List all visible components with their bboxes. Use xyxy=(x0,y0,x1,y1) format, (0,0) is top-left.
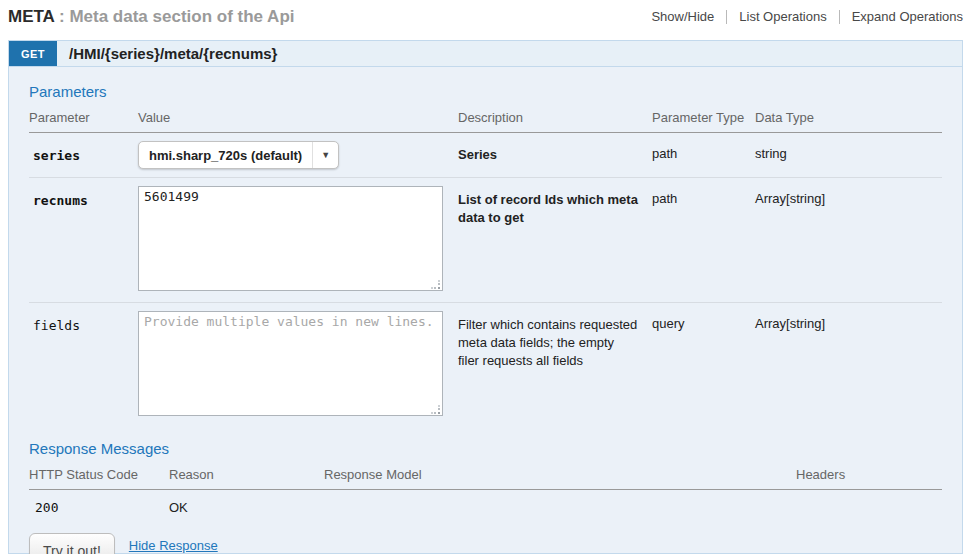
parameter-row-recnums: recnums 5601499 List of record Ids which… xyxy=(29,177,942,302)
param-description: Filter which contains requested meta dat… xyxy=(458,311,652,419)
response-row-200: 200 OK xyxy=(29,490,942,521)
response-model xyxy=(324,500,796,515)
status-reason: OK xyxy=(169,500,324,515)
title-separator: : xyxy=(54,7,69,26)
list-operations-link[interactable]: List Operations xyxy=(726,10,838,24)
col-http-status-code: HTTP Status Code xyxy=(29,467,169,482)
param-description: Series xyxy=(458,141,652,169)
response-headers xyxy=(796,500,942,515)
param-name: fields xyxy=(29,311,138,419)
param-description: List of record Ids which meta data to ge… xyxy=(458,186,652,294)
operation-content-panel: Parameters Parameter Value Description P… xyxy=(8,67,963,554)
col-data-type: Data Type xyxy=(755,110,942,125)
endpoint-heading-bar[interactable]: GET /HMI/{series}/meta/{recnums} xyxy=(8,40,963,67)
parameter-row-fields: fields Filter which contains requested m… xyxy=(29,302,942,427)
response-table-header: HTTP Status Code Reason Response Model H… xyxy=(29,467,942,490)
swagger-page: META : Meta data section of the Api Show… xyxy=(0,7,971,554)
col-response-model: Response Model xyxy=(324,467,796,482)
param-type: query xyxy=(652,311,755,419)
http-method-badge[interactable]: GET xyxy=(9,41,57,66)
col-parameter: Parameter xyxy=(29,110,138,125)
param-type: path xyxy=(652,141,755,169)
col-description: Description xyxy=(458,110,652,125)
fields-input[interactable] xyxy=(138,311,443,416)
status-code: 200 xyxy=(29,500,169,515)
show-hide-link[interactable]: Show/Hide xyxy=(639,10,726,24)
param-data-type: Array[string] xyxy=(755,186,942,294)
param-name: series xyxy=(29,141,138,169)
api-section-name: META xyxy=(8,7,54,26)
recnums-input[interactable]: 5601499 xyxy=(138,186,443,291)
api-section-header: META : Meta data section of the Api Show… xyxy=(8,7,963,34)
series-select[interactable]: hmi.sharp_720s (default) ▼ xyxy=(138,141,339,169)
col-headers: Headers xyxy=(796,467,942,482)
api-section-description: Meta data section of the Api xyxy=(69,7,294,26)
param-type: path xyxy=(652,186,755,294)
response-messages-heading: Response Messages xyxy=(29,427,952,457)
page-title: META : Meta data section of the Api xyxy=(8,7,295,27)
operations-links: Show/Hide List Operations Expand Operati… xyxy=(639,10,963,24)
param-data-type: string xyxy=(755,141,942,169)
expand-operations-link[interactable]: Expand Operations xyxy=(839,10,963,24)
hide-response-link[interactable]: Hide Response xyxy=(129,538,218,553)
sandbox-footer: Try it out! Hide Response xyxy=(29,533,952,554)
param-name: recnums xyxy=(29,186,138,294)
parameters-table-header: Parameter Value Description Parameter Ty… xyxy=(29,110,942,133)
parameters-heading: Parameters xyxy=(29,67,952,100)
series-select-value: hmi.sharp_720s (default) xyxy=(139,142,312,168)
endpoint-path[interactable]: /HMI/{series}/meta/{recnums} xyxy=(69,41,277,66)
col-parameter-type: Parameter Type xyxy=(652,110,755,125)
col-value: Value xyxy=(138,110,458,125)
chevron-down-icon: ▼ xyxy=(312,142,338,168)
parameter-row-series: series hmi.sharp_720s (default) ▼ Series… xyxy=(29,133,942,177)
col-reason: Reason xyxy=(169,467,324,482)
response-messages-table: HTTP Status Code Reason Response Model H… xyxy=(29,467,942,521)
parameters-table: Parameter Value Description Parameter Ty… xyxy=(29,110,942,427)
try-it-out-button[interactable]: Try it out! xyxy=(29,533,115,554)
param-data-type: Array[string] xyxy=(755,311,942,419)
